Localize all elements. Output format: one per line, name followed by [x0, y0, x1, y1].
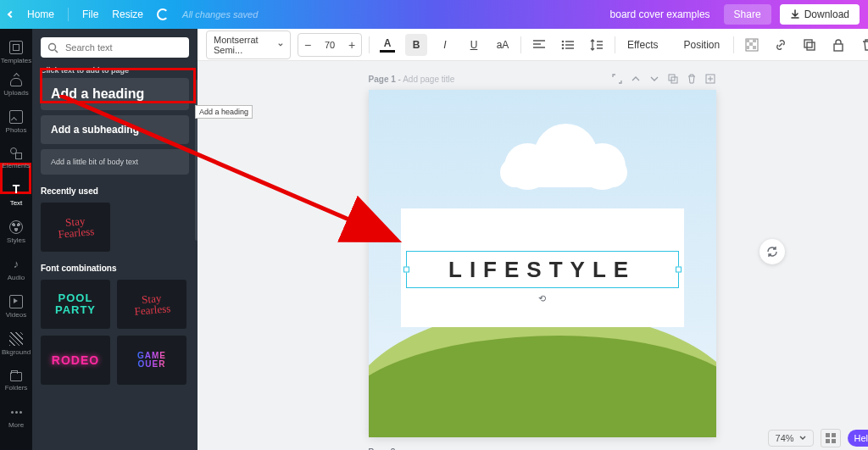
share-button[interactable]: Share — [724, 4, 771, 25]
page-expand-button[interactable] — [611, 73, 623, 85]
bold-button[interactable]: B — [405, 34, 427, 56]
home-button[interactable]: Home — [27, 8, 54, 20]
rail-videos[interactable]: Videos — [0, 290, 32, 324]
copy-icon — [668, 74, 678, 84]
rail-templates[interactable]: Templates — [0, 36, 32, 69]
rail-bkground[interactable]: Bkground — [0, 327, 32, 361]
combo-thumb-stay-fearless[interactable]: StayFearless — [117, 280, 186, 329]
file-menu[interactable]: File — [82, 8, 98, 20]
link-button[interactable] — [770, 34, 792, 56]
svg-rect-14 — [834, 44, 843, 51]
rotate-handle[interactable]: ⟲ — [538, 293, 546, 304]
font-size-stepper[interactable]: − 70 + — [298, 33, 362, 57]
rail-photos[interactable]: Photos — [0, 105, 32, 139]
position-button[interactable]: Position — [676, 36, 726, 54]
document-title[interactable]: board cover examples — [610, 8, 710, 20]
search-input[interactable] — [64, 42, 184, 53]
page-up-button[interactable] — [630, 73, 642, 85]
plus-box-icon — [705, 74, 715, 84]
chevron-up-icon — [632, 75, 640, 83]
refresh-icon — [765, 245, 779, 258]
help-button[interactable]: Help — [848, 430, 868, 447]
page-title-hint[interactable]: Add page title — [403, 75, 454, 84]
rail-audio[interactable]: Audio — [0, 253, 32, 286]
videos-icon — [9, 295, 23, 308]
grid-icon — [826, 433, 836, 443]
svg-rect-11 — [753, 46, 756, 49]
text-content[interactable]: LIFESTYLE — [407, 252, 678, 287]
canvas-viewport[interactable]: Page 1 - Add page title — [198, 61, 868, 450]
regenerate-button[interactable] — [760, 239, 785, 264]
zoom-select[interactable]: 74% — [768, 430, 814, 447]
folders-icon — [10, 372, 22, 381]
combo-thumb-pool-party[interactable]: POOLPARTY — [41, 280, 110, 329]
back-button[interactable] — [8, 12, 14, 17]
cloud-graphic — [500, 128, 627, 187]
download-button[interactable]: Download — [780, 4, 860, 25]
save-status: All changes saved — [182, 9, 258, 19]
resize-button[interactable]: Resize — [112, 8, 143, 20]
chevron-left-icon — [8, 11, 14, 18]
combo-thumb-rodeo[interactable]: RODEO — [41, 336, 110, 385]
align-icon — [532, 40, 546, 50]
recent-thumb-1[interactable]: StayFearless — [41, 203, 110, 252]
effects-button[interactable]: Effects — [622, 34, 663, 56]
rail-folders[interactable]: Folders — [0, 364, 32, 397]
duplicate-icon — [803, 38, 816, 52]
side-rail: Templates Uploads Photos Elements TText … — [0, 29, 32, 450]
selected-text-box[interactable]: LIFESTYLE ⟲ — [406, 251, 679, 288]
uppercase-button[interactable]: aA — [492, 34, 514, 56]
font-size-value[interactable]: 70 — [317, 40, 342, 50]
undo-button[interactable] — [157, 8, 169, 20]
more-icon — [9, 405, 23, 419]
svg-rect-20 — [826, 439, 830, 443]
add-subheading-button[interactable]: Add a subheading — [41, 115, 189, 144]
italic-button[interactable]: I — [434, 34, 456, 56]
chevron-down-icon — [799, 435, 806, 442]
font-size-minus[interactable]: − — [298, 34, 317, 56]
rail-elements[interactable]: Elements — [0, 142, 32, 175]
transparency-button[interactable] — [741, 34, 763, 56]
list-button[interactable] — [557, 34, 579, 56]
svg-point-4 — [562, 43, 565, 46]
svg-point-5 — [562, 47, 565, 49]
underline-button[interactable]: U — [463, 34, 485, 56]
canvas-page-1[interactable]: LIFESTYLE ⟲ — [369, 90, 716, 437]
page-duplicate-button[interactable] — [667, 73, 679, 85]
add-heading-button[interactable]: Add a heading — [41, 78, 189, 110]
undo-icon — [157, 8, 169, 20]
font-size-plus[interactable]: + — [342, 34, 361, 56]
font-family-select[interactable]: Montserrat Semi... — [206, 31, 291, 59]
text-color-button[interactable]: A — [376, 34, 398, 56]
duplicate-button[interactable] — [798, 34, 821, 56]
spacing-button[interactable] — [586, 34, 608, 56]
spacing-icon — [590, 39, 604, 51]
recently-used-title: Recently used — [41, 186, 189, 196]
add-body-button[interactable]: Add a little bit of body text — [41, 149, 189, 175]
trash-icon — [861, 38, 868, 52]
text-icon: T — [9, 183, 23, 197]
photos-icon — [9, 110, 23, 124]
grid-view-button[interactable] — [821, 429, 841, 447]
audio-icon — [9, 258, 23, 271]
rail-text[interactable]: TText — [0, 178, 32, 212]
svg-rect-8 — [753, 39, 756, 42]
combo-thumb-game-over[interactable]: GAMEOUER — [117, 336, 186, 385]
lock-button[interactable] — [827, 34, 849, 56]
alignment-button[interactable] — [528, 34, 550, 56]
rail-styles[interactable]: Styles — [0, 215, 32, 249]
svg-rect-12 — [804, 40, 812, 47]
svg-rect-7 — [746, 39, 749, 42]
lock-icon — [832, 38, 844, 52]
search-input-wrap[interactable] — [41, 37, 189, 58]
rail-uploads[interactable]: Uploads — [0, 73, 32, 102]
top-bar: Home File Resize All changes saved board… — [0, 0, 868, 29]
svg-line-2 — [55, 50, 58, 53]
delete-button[interactable] — [856, 34, 868, 56]
page-delete-button[interactable] — [686, 73, 698, 85]
svg-point-1 — [49, 43, 56, 50]
page-add-button[interactable] — [704, 73, 716, 85]
page-down-button[interactable] — [648, 73, 660, 85]
rail-more[interactable]: More — [0, 400, 32, 434]
svg-point-3 — [562, 40, 565, 42]
